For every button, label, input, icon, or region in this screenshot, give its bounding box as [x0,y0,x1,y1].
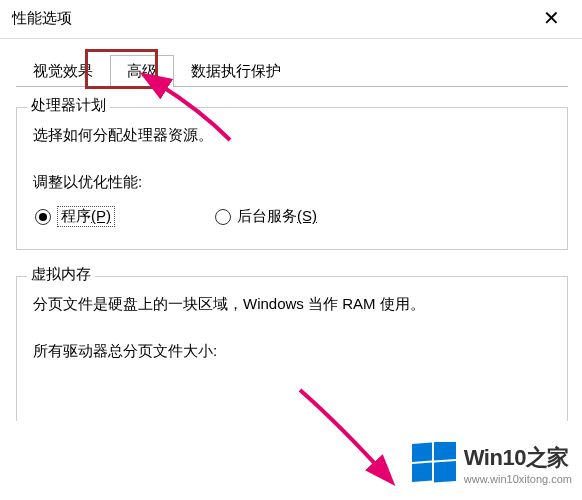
radio-background-services[interactable]: 后台服务(S) [215,207,317,226]
svg-rect-2 [412,463,432,482]
radio-programs[interactable]: 程序(P) [35,206,115,227]
radio-dot-icon [35,209,51,225]
adjust-label: 调整以优化性能: [33,173,551,192]
radio-services-label: 后台服务(S) [237,207,317,226]
window-title: 性能选项 [12,9,72,28]
group-processor-scheduling: 处理器计划 选择如何分配处理器资源。 调整以优化性能: 程序(P) 后台服务(S… [16,107,568,250]
svg-rect-1 [434,442,456,460]
svg-rect-3 [434,461,456,483]
tab-bar: 视觉效果 高级 数据执行保护 [0,39,582,87]
group-title-vm: 虚拟内存 [27,265,95,284]
vm-desc: 分页文件是硬盘上的一块区域，Windows 当作 RAM 使用。 [33,295,551,314]
tab-dep[interactable]: 数据执行保护 [174,55,298,87]
watermark-url: www.win10xitong.com [464,473,572,485]
radio-programs-label: 程序(P) [57,206,115,227]
group-virtual-memory: 虚拟内存 分页文件是硬盘上的一块区域，Windows 当作 RAM 使用。 所有… [16,276,568,421]
windows-logo-icon [412,442,456,486]
radio-empty-icon [215,209,231,225]
processor-desc: 选择如何分配处理器资源。 [33,126,551,145]
vm-total-label: 所有驱动器总分页文件大小: [33,342,551,361]
group-title-processor: 处理器计划 [27,96,110,115]
tab-advanced[interactable]: 高级 [110,55,174,87]
tab-visual-effects[interactable]: 视觉效果 [16,55,110,87]
watermark-brand: Win10之家 [464,443,572,473]
watermark: Win10之家 www.win10xitong.com [412,442,572,486]
close-icon[interactable]: ✕ [535,6,568,30]
svg-rect-0 [412,443,432,462]
